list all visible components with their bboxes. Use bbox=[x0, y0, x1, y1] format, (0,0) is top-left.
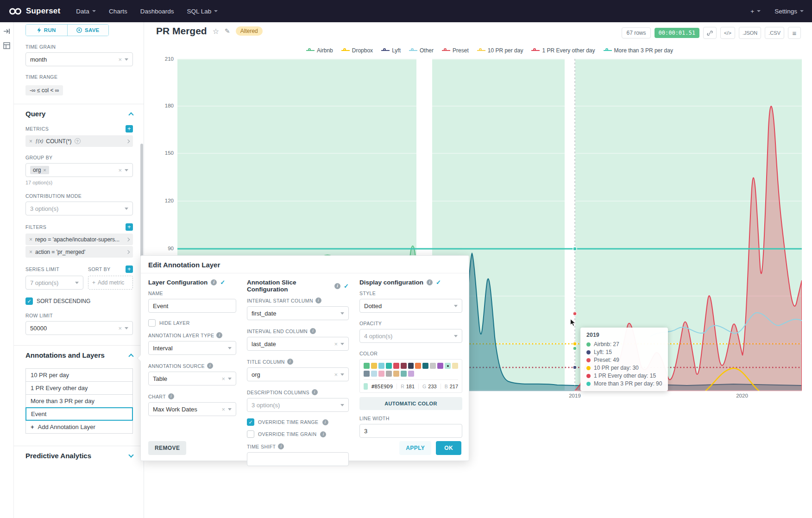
color-swatch[interactable] bbox=[452, 363, 458, 369]
color-swatch[interactable] bbox=[422, 363, 428, 369]
description-columns-select[interactable]: 3 option(s) bbox=[247, 398, 349, 412]
panel-scrollbar[interactable] bbox=[140, 144, 143, 263]
info-icon[interactable]: i bbox=[427, 279, 433, 285]
query-section-header[interactable]: Query bbox=[25, 104, 133, 122]
override-time-range-checkbox[interactable]: ✓ OVERRIDE TIME RANGE i bbox=[247, 418, 349, 426]
name-input[interactable] bbox=[148, 299, 236, 313]
style-select[interactable]: Dotted bbox=[359, 299, 462, 313]
time-range-pill[interactable]: -∞ ≤ col < ∞ bbox=[25, 85, 63, 95]
clear-icon[interactable]: × bbox=[221, 376, 225, 382]
add-filter-button[interactable]: + bbox=[126, 223, 133, 231]
nav-item-sql-lab[interactable]: SQL Lab bbox=[187, 8, 218, 15]
row-limit-select[interactable]: 50000 × bbox=[25, 321, 133, 335]
add-annotation-layer-button[interactable]: + Add Annotation Layer bbox=[25, 420, 133, 434]
contribution-mode-select[interactable]: 3 option(s) bbox=[25, 202, 133, 215]
remove-icon[interactable]: × bbox=[29, 138, 32, 145]
add-metric-button[interactable]: + bbox=[126, 125, 133, 133]
nav-item-charts[interactable]: Charts bbox=[109, 8, 127, 15]
clear-icon[interactable]: × bbox=[118, 57, 122, 63]
clear-icon[interactable]: × bbox=[334, 341, 338, 347]
blue-value[interactable]: 217 bbox=[450, 384, 458, 389]
info-icon[interactable]: i bbox=[334, 283, 340, 289]
annotation-layer-item[interactable]: More than 3 PR per day bbox=[25, 394, 133, 408]
settings-menu[interactable]: Settings bbox=[774, 8, 804, 15]
legend-item-10-pr-per-day[interactable]: 10 PR per day bbox=[477, 47, 523, 54]
hide-layer-checkbox[interactable]: HIDE LAYER bbox=[148, 319, 236, 327]
automatic-color-button[interactable]: AUTOMATIC COLOR bbox=[359, 397, 462, 410]
clear-icon[interactable]: × bbox=[118, 167, 122, 173]
metric-pill[interactable]: × ƒ(x) COUNT(*) ? bbox=[25, 135, 133, 147]
color-swatch[interactable] bbox=[386, 363, 392, 369]
interval-start-select[interactable]: first_date bbox=[247, 306, 349, 320]
chart-menu-button[interactable]: ≡ bbox=[788, 27, 801, 39]
nav-item-dashboards[interactable]: Dashboards bbox=[140, 8, 174, 15]
dataset-grid-icon[interactable] bbox=[3, 42, 10, 49]
info-icon[interactable]: i bbox=[315, 297, 321, 303]
view-query-button[interactable]: </> bbox=[720, 27, 735, 39]
legend-item-other[interactable]: Other bbox=[409, 47, 434, 54]
interval-end-select[interactable]: last_date × bbox=[247, 337, 349, 351]
new-button[interactable]: + bbox=[750, 8, 761, 15]
favorite-star-icon[interactable]: ☆ bbox=[213, 27, 219, 36]
add-sort-metric-button[interactable]: + bbox=[126, 265, 133, 273]
color-swatch[interactable] bbox=[393, 371, 399, 377]
export-json-button[interactable]: .JSON bbox=[739, 27, 761, 39]
share-link-button[interactable] bbox=[703, 27, 717, 39]
color-swatch[interactable] bbox=[437, 363, 443, 369]
color-swatch[interactable] bbox=[393, 363, 399, 369]
remove-icon[interactable]: × bbox=[29, 236, 32, 243]
legend-item-lyft[interactable]: Lyft bbox=[381, 47, 401, 54]
hex-value[interactable]: #B5E9D9 bbox=[371, 384, 393, 390]
help-icon[interactable]: ? bbox=[75, 138, 81, 144]
legend-item-airbnb[interactable]: Airbnb bbox=[306, 47, 333, 54]
annotation-layer-type-select[interactable]: Interval bbox=[148, 341, 236, 355]
filter-pill[interactable]: × repo = 'apache/incubator-supers... bbox=[25, 234, 133, 245]
chart-select[interactable]: Max Work Dates × bbox=[148, 402, 236, 416]
info-icon[interactable]: i bbox=[312, 389, 318, 395]
color-swatch[interactable] bbox=[364, 371, 370, 377]
color-swatch[interactable] bbox=[386, 371, 392, 377]
annotations-section-header[interactable]: Annotations and Layers bbox=[25, 346, 133, 364]
filter-pill[interactable]: × action = 'pr_merged' bbox=[25, 246, 133, 258]
remove-icon[interactable]: × bbox=[29, 249, 32, 255]
group-by-tag[interactable]: org × bbox=[30, 166, 49, 174]
info-icon[interactable]: i bbox=[287, 359, 293, 365]
info-icon[interactable]: i bbox=[320, 431, 326, 437]
override-time-grain-checkbox[interactable]: OVERRIDE TIME GRAIN i bbox=[247, 430, 349, 438]
edit-title-icon[interactable]: ✎ bbox=[225, 27, 230, 35]
legend-item-1-pr-every-other-day[interactable]: 1 PR Every other day bbox=[531, 47, 595, 54]
expand-panel-icon[interactable] bbox=[3, 28, 10, 35]
remove-button[interactable]: REMOVE bbox=[148, 441, 186, 455]
opacity-select[interactable]: 4 option(s) bbox=[359, 329, 462, 343]
legend-item-dropbox[interactable]: Dropbox bbox=[341, 47, 373, 54]
legend-item-preset[interactable]: Preset bbox=[442, 47, 469, 54]
apply-button[interactable]: APPLY bbox=[399, 441, 431, 455]
info-icon[interactable]: i bbox=[207, 363, 213, 369]
annotation-source-select[interactable]: Table × bbox=[148, 372, 236, 385]
annotation-layer-item-event[interactable]: Event bbox=[25, 407, 133, 421]
color-swatch[interactable] bbox=[408, 371, 414, 377]
nav-item-data[interactable]: Data bbox=[76, 8, 96, 15]
time-grain-select[interactable]: month × bbox=[25, 52, 133, 66]
color-swatch[interactable] bbox=[430, 363, 436, 369]
color-swatch-selected[interactable] bbox=[445, 363, 451, 369]
info-icon[interactable]: i bbox=[168, 393, 174, 399]
group-by-select[interactable]: org × × bbox=[25, 163, 133, 177]
line-width-input[interactable] bbox=[359, 424, 462, 438]
color-swatch[interactable] bbox=[371, 363, 377, 369]
clear-icon[interactable]: × bbox=[118, 325, 122, 331]
checkbox-unchecked-icon[interactable] bbox=[148, 319, 156, 327]
run-button[interactable]: RUN bbox=[26, 25, 68, 36]
legend-item-more-than-3-pr[interactable]: More than 3 PR per day bbox=[604, 47, 673, 54]
annotation-layer-item[interactable]: 10 PR per day bbox=[25, 368, 133, 382]
info-icon[interactable]: i bbox=[216, 332, 222, 338]
checkbox-checked-icon[interactable]: ✓ bbox=[247, 418, 254, 426]
ok-button[interactable]: OK bbox=[436, 441, 461, 455]
altered-badge[interactable]: Altered bbox=[236, 26, 263, 36]
color-swatch[interactable] bbox=[378, 363, 384, 369]
sort-by-input[interactable]: + Add metric bbox=[88, 276, 133, 290]
remove-tag-icon[interactable]: × bbox=[43, 167, 46, 173]
color-swatch[interactable] bbox=[415, 363, 421, 369]
info-icon[interactable]: i bbox=[322, 419, 328, 425]
clear-icon[interactable]: × bbox=[334, 372, 338, 378]
